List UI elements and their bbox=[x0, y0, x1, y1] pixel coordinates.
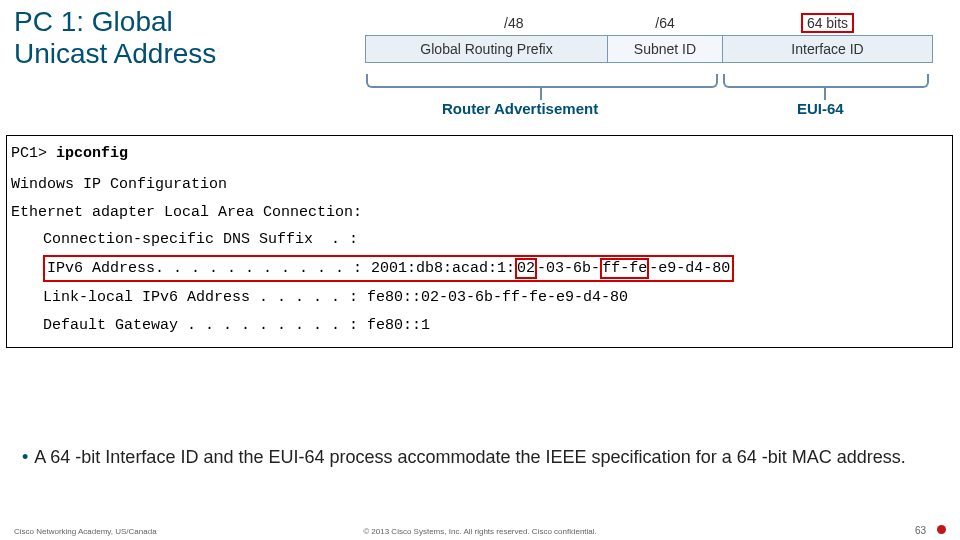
bracket-tail-right bbox=[824, 88, 826, 100]
bits-header: 64 bits bbox=[723, 13, 933, 36]
ipv6-structure-table: /48 /64 64 bits Global Routing Prefix Su… bbox=[365, 13, 933, 63]
label-eui64: EUI-64 bbox=[797, 100, 844, 117]
subnet-header: /48 bbox=[420, 13, 607, 36]
ipv6-prefix-part: 2001:db8:acad:1: bbox=[371, 260, 515, 277]
page-number: 63 bbox=[915, 525, 926, 536]
table-body-row: Global Routing Prefix Subnet ID Interfac… bbox=[366, 36, 933, 63]
ipconfig-heading: Windows IP Configuration bbox=[11, 173, 948, 196]
ipv6-label: IPv6 Address. . . . . . . . . . . : bbox=[47, 260, 371, 277]
bullet-dot-icon: • bbox=[22, 447, 28, 467]
terminal-output: PC1> ipconfig Windows IP Configuration E… bbox=[6, 135, 953, 348]
prompt-line: PC1> ipconfig bbox=[11, 142, 948, 165]
cell-subnet-id: Subnet ID bbox=[608, 36, 723, 63]
footer-left: Cisco Networking Academy, US/Canada bbox=[14, 527, 157, 536]
cell-interface-id: Interface ID bbox=[723, 36, 933, 63]
dns-suffix-row: Connection-specific DNS Suffix . : bbox=[11, 228, 948, 251]
bracket-tail-left bbox=[540, 88, 542, 100]
cisco-dot-icon bbox=[937, 525, 946, 534]
prompt-command: ipconfig bbox=[56, 145, 128, 162]
ipv6-seg-fffe: ff-fe bbox=[600, 258, 649, 279]
gateway-row: Default Gateway . . . . . . . . . : fe80… bbox=[11, 314, 948, 337]
title-line1: PC 1: Global bbox=[14, 6, 216, 38]
prompt-host: PC1> bbox=[11, 145, 56, 162]
linklocal-row: Link-local IPv6 Address . . . . . : fe80… bbox=[11, 286, 948, 309]
footer-center: © 2013 Cisco Systems, Inc. All rights re… bbox=[363, 527, 597, 536]
ipv6-address-highlight: IPv6 Address. . . . . . . . . . . : 2001… bbox=[43, 255, 734, 282]
bracket-right bbox=[723, 74, 929, 88]
bullet-text: A 64 -bit Interface ID and the EUI-64 pr… bbox=[34, 447, 905, 467]
adapter-heading: Ethernet adapter Local Area Connection: bbox=[11, 201, 948, 224]
ipv6-seg-02: 02 bbox=[515, 258, 537, 279]
iface-header: /64 bbox=[608, 13, 723, 36]
slide-footer: Cisco Networking Academy, US/Canada © 20… bbox=[0, 518, 960, 536]
bracket-left bbox=[366, 74, 718, 88]
title-line2: Unicast Address bbox=[14, 38, 216, 70]
bullet-point: •A 64 -bit Interface ID and the EUI-64 p… bbox=[22, 446, 932, 469]
ipv6-post: -e9-d4-80 bbox=[649, 260, 730, 277]
slide-title: PC 1: Global Unicast Address bbox=[14, 6, 216, 70]
bits-highlight: 64 bits bbox=[801, 13, 854, 33]
cell-global-routing-prefix: Global Routing Prefix bbox=[366, 36, 608, 63]
label-router-advertisement: Router Advertisement bbox=[442, 100, 598, 117]
prefix-header bbox=[366, 13, 421, 36]
table-header-row: /48 /64 64 bits bbox=[366, 13, 933, 36]
ipv6-address-row: IPv6 Address. . . . . . . . . . . : 2001… bbox=[11, 255, 948, 282]
ipv6-mid: -03-6b- bbox=[537, 260, 600, 277]
